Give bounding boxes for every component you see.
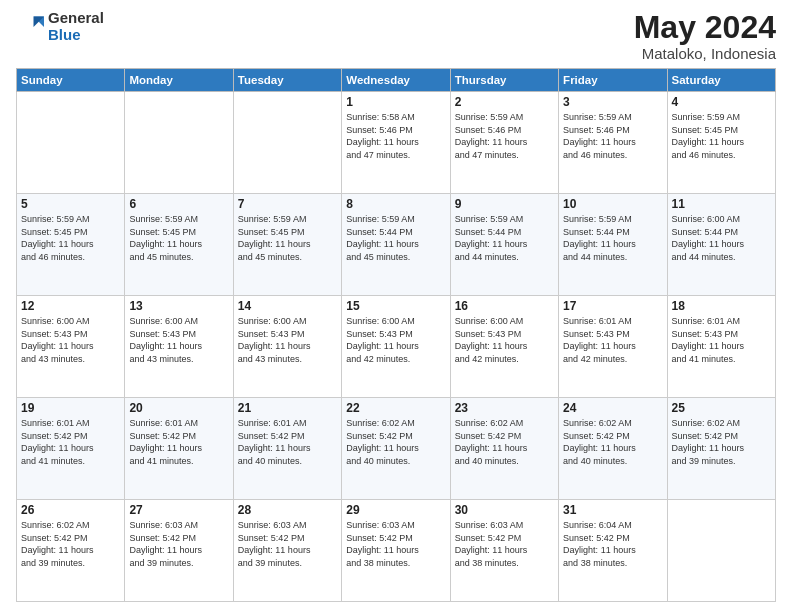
day-number: 20 [129, 401, 228, 415]
col-header-sunday: Sunday [17, 69, 125, 92]
calendar-cell: 22Sunrise: 6:02 AM Sunset: 5:42 PM Dayli… [342, 398, 450, 500]
day-number: 22 [346, 401, 445, 415]
week-row-3: 12Sunrise: 6:00 AM Sunset: 5:43 PM Dayli… [17, 296, 776, 398]
cell-info: Sunrise: 6:00 AM Sunset: 5:44 PM Dayligh… [672, 213, 771, 263]
cell-info: Sunrise: 5:59 AM Sunset: 5:44 PM Dayligh… [455, 213, 554, 263]
calendar-cell: 11Sunrise: 6:00 AM Sunset: 5:44 PM Dayli… [667, 194, 775, 296]
cell-info: Sunrise: 6:02 AM Sunset: 5:42 PM Dayligh… [21, 519, 120, 569]
calendar-cell: 23Sunrise: 6:02 AM Sunset: 5:42 PM Dayli… [450, 398, 558, 500]
calendar-cell: 6Sunrise: 5:59 AM Sunset: 5:45 PM Daylig… [125, 194, 233, 296]
day-number: 3 [563, 95, 662, 109]
calendar-cell: 29Sunrise: 6:03 AM Sunset: 5:42 PM Dayli… [342, 500, 450, 602]
day-number: 19 [21, 401, 120, 415]
day-number: 25 [672, 401, 771, 415]
day-number: 17 [563, 299, 662, 313]
calendar-cell: 20Sunrise: 6:01 AM Sunset: 5:42 PM Dayli… [125, 398, 233, 500]
day-number: 29 [346, 503, 445, 517]
cell-info: Sunrise: 5:59 AM Sunset: 5:45 PM Dayligh… [238, 213, 337, 263]
cell-info: Sunrise: 6:01 AM Sunset: 5:42 PM Dayligh… [238, 417, 337, 467]
logo-blue-label: Blue [48, 27, 104, 44]
cell-info: Sunrise: 5:58 AM Sunset: 5:46 PM Dayligh… [346, 111, 445, 161]
cell-info: Sunrise: 6:04 AM Sunset: 5:42 PM Dayligh… [563, 519, 662, 569]
day-number: 4 [672, 95, 771, 109]
day-number: 27 [129, 503, 228, 517]
calendar-cell: 19Sunrise: 6:01 AM Sunset: 5:42 PM Dayli… [17, 398, 125, 500]
day-number: 28 [238, 503, 337, 517]
col-header-tuesday: Tuesday [233, 69, 341, 92]
day-number: 8 [346, 197, 445, 211]
cell-info: Sunrise: 6:03 AM Sunset: 5:42 PM Dayligh… [346, 519, 445, 569]
cell-info: Sunrise: 6:01 AM Sunset: 5:42 PM Dayligh… [129, 417, 228, 467]
header-row: SundayMondayTuesdayWednesdayThursdayFrid… [17, 69, 776, 92]
day-number: 15 [346, 299, 445, 313]
col-header-monday: Monday [125, 69, 233, 92]
logo-icon [16, 13, 44, 41]
day-number: 11 [672, 197, 771, 211]
calendar-cell: 31Sunrise: 6:04 AM Sunset: 5:42 PM Dayli… [559, 500, 667, 602]
cell-info: Sunrise: 5:59 AM Sunset: 5:45 PM Dayligh… [672, 111, 771, 161]
day-number: 12 [21, 299, 120, 313]
page-title: May 2024 [634, 10, 776, 45]
calendar-cell: 15Sunrise: 6:00 AM Sunset: 5:43 PM Dayli… [342, 296, 450, 398]
cell-info: Sunrise: 6:00 AM Sunset: 5:43 PM Dayligh… [21, 315, 120, 365]
day-number: 30 [455, 503, 554, 517]
calendar-cell: 14Sunrise: 6:00 AM Sunset: 5:43 PM Dayli… [233, 296, 341, 398]
calendar-cell: 12Sunrise: 6:00 AM Sunset: 5:43 PM Dayli… [17, 296, 125, 398]
col-header-thursday: Thursday [450, 69, 558, 92]
cell-info: Sunrise: 6:03 AM Sunset: 5:42 PM Dayligh… [455, 519, 554, 569]
calendar-cell: 26Sunrise: 6:02 AM Sunset: 5:42 PM Dayli… [17, 500, 125, 602]
cell-info: Sunrise: 6:02 AM Sunset: 5:42 PM Dayligh… [672, 417, 771, 467]
cell-info: Sunrise: 6:00 AM Sunset: 5:43 PM Dayligh… [129, 315, 228, 365]
calendar-cell [125, 92, 233, 194]
day-number: 6 [129, 197, 228, 211]
day-number: 5 [21, 197, 120, 211]
calendar-cell: 4Sunrise: 5:59 AM Sunset: 5:45 PM Daylig… [667, 92, 775, 194]
day-number: 2 [455, 95, 554, 109]
day-number: 23 [455, 401, 554, 415]
calendar-cell: 27Sunrise: 6:03 AM Sunset: 5:42 PM Dayli… [125, 500, 233, 602]
calendar-cell: 3Sunrise: 5:59 AM Sunset: 5:46 PM Daylig… [559, 92, 667, 194]
calendar-cell: 7Sunrise: 5:59 AM Sunset: 5:45 PM Daylig… [233, 194, 341, 296]
day-number: 7 [238, 197, 337, 211]
title-block: May 2024 Mataloko, Indonesia [634, 10, 776, 62]
location-label: Mataloko, Indonesia [634, 45, 776, 62]
calendar-cell: 28Sunrise: 6:03 AM Sunset: 5:42 PM Dayli… [233, 500, 341, 602]
header: General Blue May 2024 Mataloko, Indonesi… [16, 10, 776, 62]
day-number: 9 [455, 197, 554, 211]
calendar-cell: 17Sunrise: 6:01 AM Sunset: 5:43 PM Dayli… [559, 296, 667, 398]
day-number: 31 [563, 503, 662, 517]
calendar-cell: 5Sunrise: 5:59 AM Sunset: 5:45 PM Daylig… [17, 194, 125, 296]
logo-text: General Blue [48, 10, 104, 43]
week-row-4: 19Sunrise: 6:01 AM Sunset: 5:42 PM Dayli… [17, 398, 776, 500]
cell-info: Sunrise: 5:59 AM Sunset: 5:46 PM Dayligh… [563, 111, 662, 161]
cell-info: Sunrise: 6:01 AM Sunset: 5:42 PM Dayligh… [21, 417, 120, 467]
calendar-cell: 2Sunrise: 5:59 AM Sunset: 5:46 PM Daylig… [450, 92, 558, 194]
day-number: 18 [672, 299, 771, 313]
calendar-cell: 18Sunrise: 6:01 AM Sunset: 5:43 PM Dayli… [667, 296, 775, 398]
col-header-saturday: Saturday [667, 69, 775, 92]
calendar-cell: 21Sunrise: 6:01 AM Sunset: 5:42 PM Dayli… [233, 398, 341, 500]
cell-info: Sunrise: 5:59 AM Sunset: 5:44 PM Dayligh… [563, 213, 662, 263]
cell-info: Sunrise: 5:59 AM Sunset: 5:46 PM Dayligh… [455, 111, 554, 161]
calendar-cell: 1Sunrise: 5:58 AM Sunset: 5:46 PM Daylig… [342, 92, 450, 194]
col-header-wednesday: Wednesday [342, 69, 450, 92]
cell-info: Sunrise: 6:02 AM Sunset: 5:42 PM Dayligh… [563, 417, 662, 467]
cell-info: Sunrise: 6:02 AM Sunset: 5:42 PM Dayligh… [455, 417, 554, 467]
calendar-cell: 13Sunrise: 6:00 AM Sunset: 5:43 PM Dayli… [125, 296, 233, 398]
day-number: 10 [563, 197, 662, 211]
cell-info: Sunrise: 6:03 AM Sunset: 5:42 PM Dayligh… [238, 519, 337, 569]
day-number: 24 [563, 401, 662, 415]
day-number: 26 [21, 503, 120, 517]
day-number: 14 [238, 299, 337, 313]
cell-info: Sunrise: 5:59 AM Sunset: 5:44 PM Dayligh… [346, 213, 445, 263]
calendar-cell [17, 92, 125, 194]
day-number: 1 [346, 95, 445, 109]
calendar-cell [233, 92, 341, 194]
calendar-cell: 10Sunrise: 5:59 AM Sunset: 5:44 PM Dayli… [559, 194, 667, 296]
cell-info: Sunrise: 6:01 AM Sunset: 5:43 PM Dayligh… [672, 315, 771, 365]
week-row-2: 5Sunrise: 5:59 AM Sunset: 5:45 PM Daylig… [17, 194, 776, 296]
cell-info: Sunrise: 6:01 AM Sunset: 5:43 PM Dayligh… [563, 315, 662, 365]
cell-info: Sunrise: 5:59 AM Sunset: 5:45 PM Dayligh… [129, 213, 228, 263]
day-number: 16 [455, 299, 554, 313]
calendar-cell: 25Sunrise: 6:02 AM Sunset: 5:42 PM Dayli… [667, 398, 775, 500]
